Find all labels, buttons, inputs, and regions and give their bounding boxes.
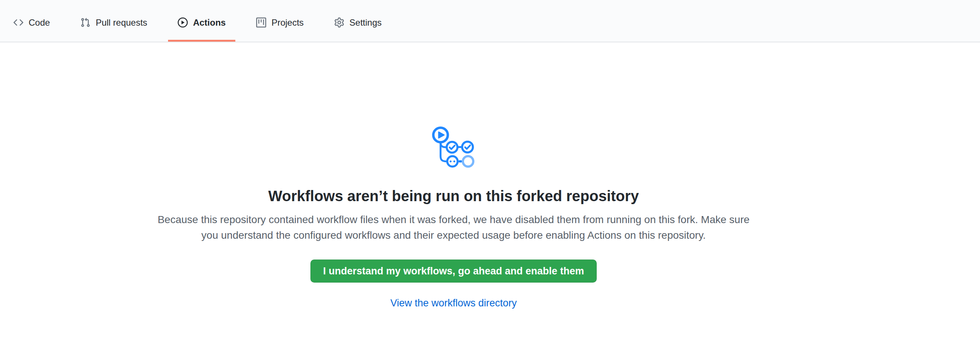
tab-code-label: Code bbox=[29, 18, 50, 27]
page-title: Workflows aren’t being run on this forke… bbox=[156, 187, 751, 205]
link-row: View the workflows directory bbox=[156, 297, 751, 309]
actions-disabled-blankslate: Workflows aren’t being run on this forke… bbox=[156, 42, 751, 309]
code-icon bbox=[13, 17, 24, 27]
repo-tab-bar: Code Pull requests Actions Projects Sett… bbox=[0, 0, 980, 42]
tab-projects-label: Projects bbox=[271, 18, 304, 27]
tab-settings-label: Settings bbox=[350, 18, 382, 27]
tab-settings[interactable]: Settings bbox=[325, 5, 391, 42]
description-text: Because this repository contained workfl… bbox=[156, 212, 751, 243]
tab-pull-requests[interactable]: Pull requests bbox=[71, 5, 157, 42]
project-icon bbox=[256, 17, 266, 27]
view-workflows-directory-link[interactable]: View the workflows directory bbox=[390, 297, 517, 309]
tab-projects[interactable]: Projects bbox=[247, 5, 313, 42]
gear-icon bbox=[334, 17, 344, 27]
tab-pull-requests-label: Pull requests bbox=[95, 18, 147, 27]
play-icon bbox=[178, 17, 188, 27]
workflow-graph-icon bbox=[432, 126, 475, 168]
tab-actions[interactable]: Actions bbox=[168, 5, 235, 42]
tab-code[interactable]: Code bbox=[4, 5, 59, 42]
git-pull-request-icon bbox=[80, 17, 90, 27]
tab-actions-label: Actions bbox=[193, 18, 226, 27]
enable-workflows-button[interactable]: I understand my workflows, go ahead and … bbox=[310, 259, 597, 283]
button-row: I understand my workflows, go ahead and … bbox=[156, 259, 751, 283]
